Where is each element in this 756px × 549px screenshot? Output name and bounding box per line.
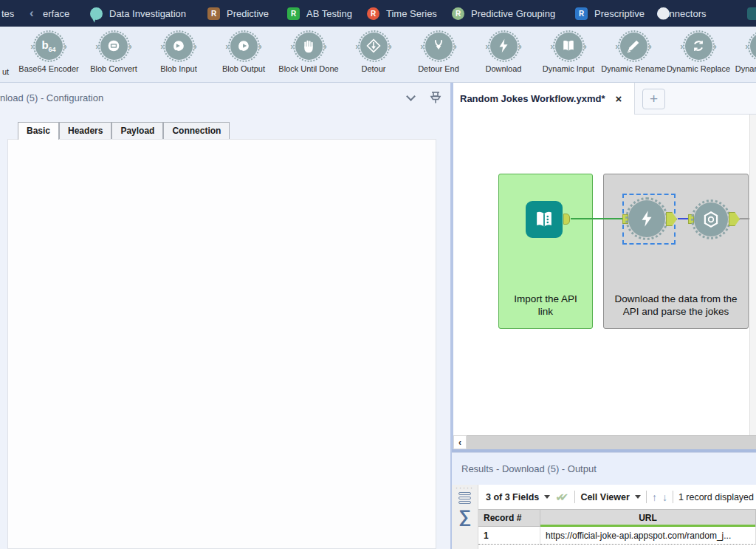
config-tab-payload[interactable]: Payload bbox=[111, 122, 163, 140]
column-header-url[interactable]: URL bbox=[540, 509, 756, 527]
input-anchor[interactable] bbox=[622, 214, 628, 224]
palette-tool-blob-input[interactable]: ››Blob Input bbox=[146, 30, 211, 73]
new-tab-button[interactable]: + bbox=[642, 89, 665, 109]
r-badge-icon: R bbox=[367, 7, 379, 20]
table-row[interactable]: 1https://official-joke-api.appspot.com/r… bbox=[478, 527, 756, 545]
output-connector-icon: › bbox=[64, 41, 67, 52]
palette-tool-dynamic-replace[interactable]: ››Dynamic Replace bbox=[666, 30, 731, 73]
ribbon-tab-tes[interactable]: tes bbox=[1, 0, 14, 27]
collapse-chevron-icon[interactable] bbox=[408, 93, 418, 103]
up-arrow-icon[interactable]: ↑ bbox=[652, 491, 657, 503]
scrollbar-thumb[interactable] bbox=[467, 435, 756, 449]
palette-tool-label: Download bbox=[471, 64, 536, 73]
palette-tool-download[interactable]: ››Download bbox=[471, 30, 536, 73]
configuration-title: Download (5) - Configuration bbox=[0, 92, 103, 103]
input-connector-icon: › bbox=[615, 41, 618, 52]
workflow-canvas[interactable]: Import the API link Download the data fr… bbox=[453, 115, 756, 435]
cell-record-number[interactable]: 1 bbox=[478, 527, 540, 545]
ribbon-tab-label: Predictive bbox=[227, 8, 269, 19]
ribbon-tab-erface[interactable]: erface bbox=[43, 0, 69, 27]
ribbon-tab-connectors[interactable]: Connectors bbox=[657, 0, 706, 27]
palette-tool-blob-convert[interactable]: ››Blob Convert bbox=[81, 30, 146, 73]
ribbon-tab-prescriptive[interactable]: RPrescriptive bbox=[575, 0, 645, 27]
palette-tool-block-until-done[interactable]: ››Block Until Done bbox=[276, 30, 341, 73]
json-parse-tool[interactable] bbox=[694, 202, 728, 236]
output-connector-icon: › bbox=[324, 41, 327, 52]
bolt-icon bbox=[490, 33, 518, 60]
canvas-horizontal-scrollbar[interactable]: ‹ bbox=[453, 435, 756, 449]
palette-tool-label: Detour End bbox=[406, 64, 471, 73]
table-view-icon[interactable] bbox=[452, 492, 478, 504]
cell-url[interactable]: https://official-joke-api.appspot.com/ra… bbox=[540, 527, 756, 545]
chevron-down-icon[interactable] bbox=[635, 495, 641, 499]
chevron-down-icon[interactable] bbox=[544, 495, 550, 499]
container-import-api[interactable]: Import the API link bbox=[498, 174, 593, 329]
container-caption: Download the data from the API and parse… bbox=[604, 293, 748, 318]
palette-tool-cut-label[interactable]: ut bbox=[2, 67, 9, 76]
input-connector-icon: › bbox=[95, 41, 98, 52]
ribbon-tab-label: Prescriptive bbox=[594, 8, 645, 19]
ribbon-tab-chevron-left[interactable]: ‹ bbox=[30, 0, 34, 27]
input-connector-icon: › bbox=[745, 41, 748, 52]
output-connector-icon: › bbox=[129, 41, 132, 52]
r-badge-icon: R bbox=[207, 7, 220, 20]
drag-handle-icon[interactable]: ····· bbox=[452, 485, 478, 491]
input-connector-icon: › bbox=[420, 41, 423, 52]
palette-tool-label: Dynamic Replace bbox=[666, 64, 731, 73]
ribbon-tab-predictive[interactable]: RPredictive bbox=[207, 0, 269, 27]
output-connector-icon: › bbox=[584, 41, 587, 52]
r-badge-icon: R bbox=[287, 7, 300, 20]
ribbon-tab-partial-square[interactable] bbox=[747, 0, 756, 27]
config-tab-basic[interactable]: Basic bbox=[18, 122, 59, 140]
chevron-left-icon[interactable]: ‹ bbox=[30, 6, 34, 21]
cell-viewer-dropdown[interactable]: Cell Viewer bbox=[580, 492, 629, 502]
scroll-left-button[interactable]: ‹ bbox=[453, 435, 467, 449]
config-tab-connection[interactable]: Connection bbox=[163, 122, 230, 140]
palette-tool-label: Blob Output bbox=[211, 64, 276, 73]
down-arrow-icon[interactable]: ↓ bbox=[662, 491, 667, 503]
palette-tool-label: Blob Convert bbox=[81, 64, 146, 73]
ribbon-tab-data-investigation[interactable]: Data Investigation bbox=[90, 0, 186, 27]
apply-check-icon[interactable]: ✔✔ bbox=[555, 491, 569, 504]
close-icon[interactable]: × bbox=[616, 93, 622, 104]
output-connector-icon: › bbox=[649, 41, 652, 52]
blob-output-icon bbox=[230, 33, 258, 60]
input-anchor[interactable] bbox=[688, 214, 694, 224]
document-tab-bar: Random Jokes Workflow.yxmd* × + bbox=[453, 83, 756, 115]
palette-tool-label: Dynamic Input bbox=[536, 64, 601, 73]
palette-tool-dynamic-rename[interactable]: ››Dynamic Rename bbox=[601, 30, 666, 73]
output-anchor[interactable] bbox=[563, 214, 570, 225]
palette-tool-detour[interactable]: ››Detour bbox=[341, 30, 406, 73]
base64-icon: b64 bbox=[35, 33, 63, 60]
output-connector-icon: › bbox=[454, 41, 457, 52]
tool-palette: ut ›b64›Base64 Encoder››Blob Convert››Bl… bbox=[0, 27, 756, 83]
sigma-icon[interactable]: ∑ bbox=[452, 508, 478, 525]
container-caption: Import the API link bbox=[499, 293, 592, 318]
palette-tool-blob-output[interactable]: ››Blob Output bbox=[211, 30, 276, 73]
text-input-tool[interactable] bbox=[526, 201, 563, 238]
download-tool[interactable] bbox=[628, 200, 665, 237]
ribbon-tab-ab-testing[interactable]: RAB Testing bbox=[287, 0, 352, 27]
column-header-record[interactable]: Record # bbox=[478, 509, 540, 527]
workflow-tab[interactable]: Random Jokes Workflow.yxmd* × bbox=[453, 83, 635, 115]
pin-icon[interactable] bbox=[430, 91, 441, 107]
connection-wire-green[interactable] bbox=[571, 218, 623, 219]
input-connector-icon: › bbox=[160, 41, 163, 52]
toolbar-separator bbox=[574, 491, 575, 503]
palette-tool-detour-end[interactable]: ››Detour End bbox=[406, 30, 471, 73]
results-gutter: ····· ∑ bbox=[452, 485, 478, 549]
canvas-vertical-scrollbar[interactable] bbox=[749, 115, 756, 435]
input-connector-icon: › bbox=[485, 41, 488, 52]
fields-dropdown[interactable]: 3 of 3 Fields bbox=[486, 492, 539, 502]
ribbon-tab-time-series[interactable]: RTime Series bbox=[367, 0, 437, 27]
ribbon-tab-predictive-grouping[interactable]: RPredictive Grouping bbox=[452, 0, 555, 27]
palette-tool-dynamic-select[interactable]: ››Dynamic Select bbox=[731, 30, 756, 73]
connection-wire-blue[interactable] bbox=[678, 218, 689, 219]
record-count-label: 1 record displayed bbox=[678, 492, 754, 502]
palette-tool-base64-encoder[interactable]: ›b64›Base64 Encoder bbox=[16, 30, 81, 73]
config-tab-headers[interactable]: Headers bbox=[59, 122, 111, 140]
input-connector-icon: › bbox=[30, 41, 33, 52]
ribbon-tab-label: tes bbox=[1, 8, 14, 19]
palette-tool-dynamic-input[interactable]: ››Dynamic Input bbox=[536, 30, 601, 73]
output-connector-icon: › bbox=[389, 41, 392, 52]
